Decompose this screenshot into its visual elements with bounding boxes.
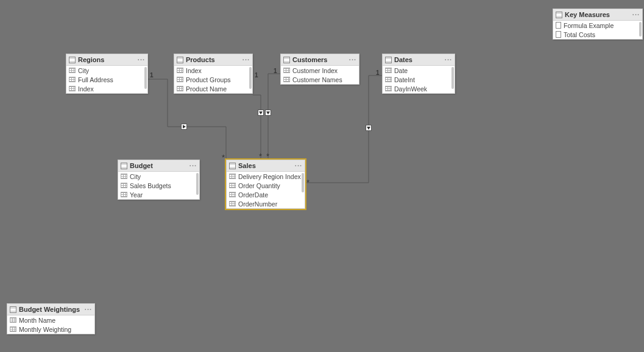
field-item[interactable]: OrderDate	[227, 190, 305, 199]
measure-item[interactable]: Total Costs	[553, 30, 642, 39]
field-label: Monthly Weighting	[19, 326, 71, 333]
field-label: Year	[130, 191, 143, 199]
table-more-button[interactable]: ···	[445, 56, 452, 63]
table-customers[interactable]: Customers ··· Customer Index Customer Na…	[280, 54, 359, 85]
column-icon	[229, 183, 236, 188]
table-more-button[interactable]: ···	[189, 162, 197, 169]
table-more-button[interactable]: ···	[349, 56, 356, 63]
table-key-measures[interactable]: Key Measures ··· Formula Example Total C…	[553, 9, 643, 40]
column-icon	[229, 192, 236, 197]
field-label: Sales Budgets	[130, 182, 171, 189]
scrollbar[interactable]	[451, 67, 454, 89]
table-budget[interactable]: Budget ··· City Sales Budgets Year	[118, 160, 200, 200]
table-header[interactable]: Customers ···	[281, 54, 359, 66]
table-title: Budget Weightings	[19, 306, 80, 313]
field-item[interactable]: City	[66, 66, 147, 75]
table-icon	[177, 57, 183, 63]
scrollbar[interactable]	[196, 173, 199, 195]
column-icon	[121, 192, 127, 197]
field-label: Order Quantity	[238, 182, 280, 189]
scrollbar[interactable]	[302, 173, 304, 192]
field-item[interactable]: Customer Names	[281, 75, 359, 84]
table-header[interactable]: Sales ···	[227, 160, 305, 172]
filter-direction-arrow	[366, 125, 372, 131]
table-title: Budget	[130, 162, 153, 169]
field-item[interactable]: Date	[383, 66, 455, 75]
scrollbar[interactable]	[639, 22, 642, 37]
field-label: OrderNumber	[238, 200, 277, 208]
table-more-button[interactable]: ···	[295, 162, 302, 169]
field-item[interactable]: Product Groups	[174, 75, 252, 84]
table-title: Products	[186, 56, 215, 63]
scrollbar[interactable]	[144, 67, 147, 89]
table-icon	[69, 57, 76, 63]
field-item[interactable]: Full Address	[66, 75, 147, 84]
column-icon	[10, 326, 16, 332]
field-item[interactable]: Sales Budgets	[118, 181, 199, 190]
field-label: Full Address	[78, 76, 113, 83]
column-icon	[385, 77, 392, 82]
filter-direction-arrow	[265, 110, 271, 116]
table-more-button[interactable]: ···	[632, 11, 640, 18]
column-icon	[385, 68, 392, 73]
measure-icon	[556, 31, 561, 38]
cardinality-many: *	[306, 178, 310, 186]
table-title: Customers	[292, 56, 327, 63]
table-title: Key Measures	[565, 11, 610, 18]
field-item[interactable]: Delivery Region Index	[227, 172, 305, 181]
table-header[interactable]: Key Measures ···	[553, 9, 642, 21]
filter-direction-arrow	[258, 110, 264, 116]
table-sales[interactable]: Sales ··· Delivery Region Index Order Qu…	[226, 160, 305, 209]
table-dates[interactable]: Dates ··· Date DateInt DayInWeek	[382, 54, 455, 94]
table-more-button[interactable]: ···	[242, 56, 250, 63]
table-products[interactable]: Products ··· Index Product Groups Produc…	[174, 54, 253, 94]
table-budget-weightings[interactable]: Budget Weightings ··· Month Name Monthly…	[7, 303, 95, 334]
field-label: DateInt	[394, 76, 415, 83]
relationship-lines	[0, 0, 644, 352]
table-icon	[556, 12, 562, 18]
field-item[interactable]: City	[118, 172, 199, 181]
field-item[interactable]: DayInWeek	[383, 84, 455, 93]
table-more-button[interactable]: ···	[85, 306, 92, 313]
column-icon	[177, 77, 183, 82]
table-icon	[385, 57, 392, 63]
measure-item[interactable]: Formula Example	[553, 21, 642, 30]
field-label: Delivery Region Index	[238, 173, 301, 180]
column-icon	[121, 174, 127, 179]
field-label: Index	[78, 85, 94, 93]
table-header[interactable]: Products ···	[174, 54, 252, 66]
table-header[interactable]: Budget ···	[118, 160, 199, 172]
table-title: Dates	[394, 56, 412, 63]
model-canvas[interactable]: 1 1 1 1 * * * * Regions ··· City Full Ad…	[0, 0, 644, 352]
field-label: Product Groups	[186, 76, 231, 83]
column-icon	[121, 183, 127, 188]
cardinality-one: 1	[255, 72, 258, 79]
table-icon	[229, 163, 236, 169]
field-label: Customer Index	[292, 67, 338, 74]
field-label: Date	[394, 67, 408, 74]
field-item[interactable]: Order Quantity	[227, 181, 305, 190]
table-icon	[10, 306, 16, 313]
field-item[interactable]: Year	[118, 190, 199, 199]
table-header[interactable]: Budget Weightings ···	[7, 304, 94, 315]
field-item[interactable]: DateInt	[383, 75, 455, 84]
scrollbar[interactable]	[249, 67, 252, 89]
field-label: City	[78, 67, 89, 74]
table-regions[interactable]: Regions ··· City Full Address Index	[66, 54, 148, 94]
field-item[interactable]: OrderNumber	[227, 199, 305, 208]
table-icon	[121, 163, 127, 169]
table-more-button[interactable]: ···	[138, 56, 145, 63]
field-label: Product Name	[186, 85, 227, 93]
table-header[interactable]: Dates ···	[383, 54, 455, 66]
table-header[interactable]: Regions ···	[66, 54, 147, 66]
field-item[interactable]: Customer Index	[281, 66, 359, 75]
field-item[interactable]: Monthly Weighting	[7, 325, 94, 334]
column-icon	[229, 174, 236, 179]
column-icon	[283, 68, 290, 73]
field-item[interactable]: Month Name	[7, 315, 94, 325]
field-item[interactable]: Index	[174, 66, 252, 75]
field-item[interactable]: Index	[66, 84, 147, 93]
cardinality-many: *	[222, 153, 225, 161]
column-icon	[69, 77, 76, 82]
field-item[interactable]: Product Name	[174, 84, 252, 93]
